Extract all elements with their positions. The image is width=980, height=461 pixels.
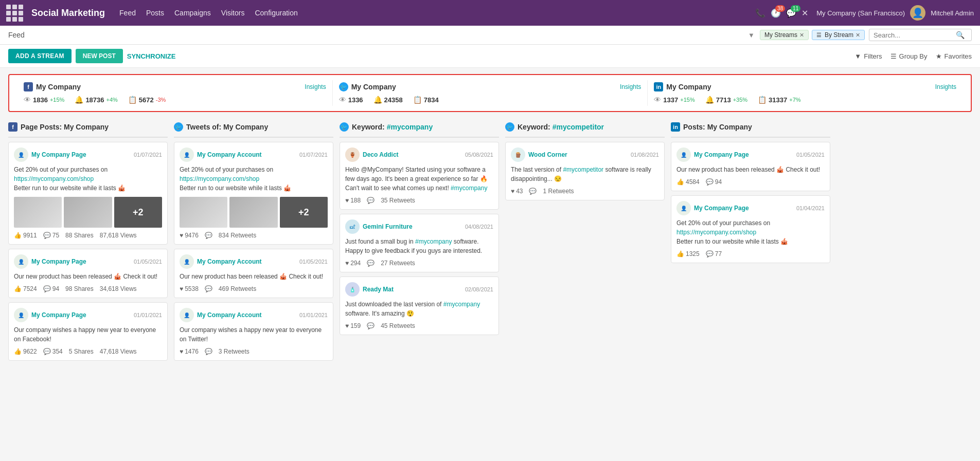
feed-card-header: 👤 My Company Account 01/05/2021 xyxy=(180,254,328,269)
filter-icon: ▼ xyxy=(748,31,755,39)
comments-stat: 💬 xyxy=(205,232,212,239)
close-icon[interactable]: ✕ xyxy=(801,8,808,18)
phone-icon[interactable]: 📞 xyxy=(755,8,765,18)
feed-card-header: 🛋 Gemini Furniture 04/08/2021 xyxy=(345,219,493,234)
author-link[interactable]: My Company Page xyxy=(694,205,749,212)
linkedin-platform: in My Company xyxy=(654,82,711,91)
feed-text: Just found a small bug in #mycompany sof… xyxy=(345,237,493,255)
subbar: Feed ▼ My Streams ✕ ☰ By Stream ✕ 🔍 xyxy=(0,26,980,45)
comments-stat: 💬 354 xyxy=(43,348,63,355)
menu-configuration[interactable]: Configuration xyxy=(255,9,297,17)
feed-image-more[interactable]: +2 xyxy=(114,197,162,228)
feed-image-1 xyxy=(14,197,62,228)
feed-date: 04/08/2021 xyxy=(465,224,493,230)
feed-text: Hello @MyCompany! Started using your sof… xyxy=(345,165,493,193)
feed-image-overlay: +2 xyxy=(280,197,328,228)
feed-image-more[interactable]: +2 xyxy=(280,197,328,228)
filter-my-streams[interactable]: My Streams ✕ xyxy=(760,30,809,40)
author-link[interactable]: Wood Corner xyxy=(528,151,567,158)
feed-card-author: 👤 My Company Page xyxy=(14,254,86,269)
author-link[interactable]: Gemini Furniture xyxy=(363,223,413,230)
feed-col-keyword-mycompany-header: 🐦 Keyword: #mycompany xyxy=(340,118,499,138)
feed-card-author: 👤 My Company Account xyxy=(180,308,262,322)
likes-stat: 👍 1325 xyxy=(676,250,700,257)
feed-link[interactable]: https://mycompany.com/shop xyxy=(180,175,259,182)
author-link[interactable]: My Company Account xyxy=(197,258,262,265)
feed-text: Just downloaded the last version of #myc… xyxy=(345,300,493,318)
linkedin-views-value: 1337 xyxy=(663,96,678,104)
hashtag-link[interactable]: #mycompany xyxy=(443,301,480,308)
comments-stat: 💬 xyxy=(205,348,212,355)
comments-stat: 💬 xyxy=(367,197,375,204)
company-name: My Company (San Francisco) xyxy=(816,9,905,17)
author-link[interactable]: My Company Page xyxy=(31,151,86,158)
brand-name: Social Marketing xyxy=(31,8,105,19)
hashtag-link[interactable]: #mycompany xyxy=(415,238,452,245)
author-link[interactable]: Ready Mat xyxy=(363,286,394,293)
menu-visitors[interactable]: Visitors xyxy=(221,9,245,17)
author-link[interactable]: Deco Addict xyxy=(363,151,399,158)
menu-posts[interactable]: Posts xyxy=(146,9,164,17)
group-by-action[interactable]: ☰ Group By xyxy=(890,52,928,60)
linkedin-insights-link[interactable]: Insights xyxy=(935,83,956,90)
feed-link[interactable]: https://mycompany.com/shop xyxy=(676,229,756,236)
facebook-icon: f xyxy=(24,82,33,91)
li-col-icon: in xyxy=(671,122,680,132)
twitter-insights-link[interactable]: Insights xyxy=(620,83,641,90)
facebook-views-value: 1836 xyxy=(33,96,48,104)
synchronize-button[interactable]: SYNCHRONIZE xyxy=(127,52,176,60)
author-link[interactable]: My Company Page xyxy=(694,151,749,158)
author-link[interactable]: My Company Page xyxy=(31,311,86,319)
filters-action[interactable]: ▼ Filters xyxy=(854,52,882,60)
shares-stat: 88 Shares xyxy=(65,232,94,239)
filter-by-stream-close[interactable]: ✕ xyxy=(856,32,860,39)
views-stat: 34,618 Views xyxy=(100,285,137,292)
table-row: 🛋 Gemini Furniture 04/08/2021 Just found… xyxy=(340,214,499,272)
feed-text: Our company wishes a happy new year to e… xyxy=(180,325,328,344)
facebook-platform: f My Company xyxy=(24,82,81,91)
twitter-views-value: 1336 xyxy=(348,96,363,104)
retweets-stat: 45 Retweets xyxy=(381,322,415,329)
comments-stat: 💬 xyxy=(367,260,375,267)
new-post-button[interactable]: NEW POST xyxy=(76,49,123,63)
add-stream-button[interactable]: ADD A STREAM xyxy=(8,49,72,63)
likes-stat: ♥ 5538 xyxy=(180,285,199,292)
feed-text: Our new product has been released 🎪 Chec… xyxy=(180,272,328,281)
twitter-stat-views: 👁 1336 xyxy=(339,96,363,104)
message-badge[interactable]: 💬 11 xyxy=(786,8,796,18)
author-link[interactable]: My Company Page xyxy=(31,258,86,265)
feed-card-author: 👤 My Company Page xyxy=(676,201,749,215)
linkedin-followers-change: +35% xyxy=(733,97,747,103)
stats-col-twitter-header: 🐦 My Company Insights xyxy=(339,82,642,91)
menu-feed[interactable]: Feed xyxy=(119,9,136,17)
retweets-stat: 1 Retweets xyxy=(543,188,574,195)
menu-campaigns[interactable]: Campaigns xyxy=(174,9,211,17)
feed-stats: ♥ 188 💬 35 Retweets xyxy=(345,197,493,204)
facebook-insights-link[interactable]: Insights xyxy=(305,83,326,90)
stats-col-linkedin: in My Company Insights 👁 1337 +15% 🔔 771… xyxy=(648,80,963,106)
comments-stat: 💬 xyxy=(367,322,375,329)
avatar: 👤 xyxy=(180,147,194,162)
twitter-metrics: 👁 1336 🔔 24358 📋 7834 xyxy=(339,96,642,104)
feed-date: 01/04/2021 xyxy=(796,205,825,211)
likes-stat: 👍 7524 xyxy=(14,285,37,292)
feed-date: 01/05/2021 xyxy=(796,152,825,158)
avatar: 🛋 xyxy=(345,219,360,234)
filters-label: Filters xyxy=(864,52,882,60)
filter-by-stream[interactable]: ☰ By Stream ✕ xyxy=(812,30,865,40)
author-link[interactable]: My Company Account xyxy=(197,311,262,319)
feed-link[interactable]: https://mycompany.com/shop xyxy=(14,175,94,182)
comments-stat: 💬 xyxy=(205,285,212,292)
user-avatar[interactable]: 👤 xyxy=(910,5,925,21)
calendar-badge[interactable]: 🕐 38 xyxy=(771,8,781,18)
filter-my-streams-close[interactable]: ✕ xyxy=(799,32,804,39)
hashtag-link[interactable]: #mycompetitor xyxy=(563,166,603,173)
favorites-action[interactable]: ★ Favorites xyxy=(936,52,972,60)
feed-text: The last version of #mycompetitor softwa… xyxy=(511,165,659,183)
likes-stat: ♥ 294 xyxy=(345,260,361,267)
app-grid-icon[interactable] xyxy=(6,5,23,22)
feed-text: Our new product has been released 🎪 Chec… xyxy=(14,272,162,281)
author-link[interactable]: My Company Account xyxy=(197,151,262,158)
hashtag-link[interactable]: #mycompany xyxy=(451,185,487,192)
search-input[interactable] xyxy=(874,31,956,39)
